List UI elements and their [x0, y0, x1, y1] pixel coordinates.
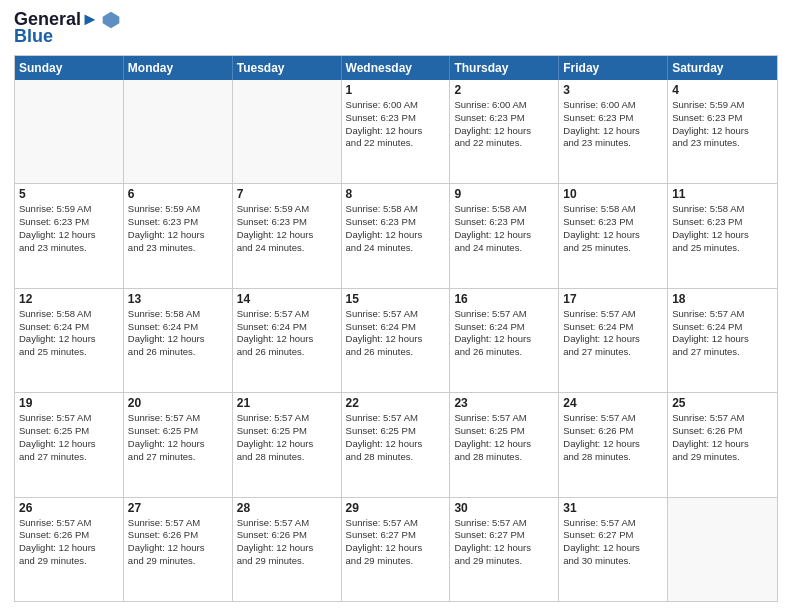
weekday-header: Tuesday: [233, 56, 342, 80]
calendar-row: 12Sunrise: 5:58 AMSunset: 6:24 PMDayligh…: [15, 289, 777, 393]
day-number: 24: [563, 396, 663, 410]
day-info: Sunrise: 5:58 AMSunset: 6:23 PMDaylight:…: [672, 203, 773, 254]
calendar-body: 1Sunrise: 6:00 AMSunset: 6:23 PMDaylight…: [15, 80, 777, 601]
calendar-cell: 26Sunrise: 5:57 AMSunset: 6:26 PMDayligh…: [15, 498, 124, 601]
day-number: 30: [454, 501, 554, 515]
day-info: Sunrise: 5:59 AMSunset: 6:23 PMDaylight:…: [672, 99, 773, 150]
day-info: Sunrise: 5:57 AMSunset: 6:25 PMDaylight:…: [128, 412, 228, 463]
day-info: Sunrise: 5:58 AMSunset: 6:24 PMDaylight:…: [19, 308, 119, 359]
calendar-cell: 25Sunrise: 5:57 AMSunset: 6:26 PMDayligh…: [668, 393, 777, 496]
calendar-cell: 15Sunrise: 5:57 AMSunset: 6:24 PMDayligh…: [342, 289, 451, 392]
day-info: Sunrise: 5:57 AMSunset: 6:26 PMDaylight:…: [19, 517, 119, 568]
calendar-cell: 20Sunrise: 5:57 AMSunset: 6:25 PMDayligh…: [124, 393, 233, 496]
day-info: Sunrise: 5:57 AMSunset: 6:27 PMDaylight:…: [346, 517, 446, 568]
day-number: 4: [672, 83, 773, 97]
day-info: Sunrise: 5:58 AMSunset: 6:23 PMDaylight:…: [346, 203, 446, 254]
day-number: 8: [346, 187, 446, 201]
day-number: 28: [237, 501, 337, 515]
day-info: Sunrise: 5:57 AMSunset: 6:26 PMDaylight:…: [237, 517, 337, 568]
day-info: Sunrise: 5:58 AMSunset: 6:23 PMDaylight:…: [563, 203, 663, 254]
day-number: 7: [237, 187, 337, 201]
logo: General► Blue: [14, 10, 121, 47]
calendar-cell: 30Sunrise: 5:57 AMSunset: 6:27 PMDayligh…: [450, 498, 559, 601]
day-info: Sunrise: 5:57 AMSunset: 6:25 PMDaylight:…: [346, 412, 446, 463]
calendar-cell: 3Sunrise: 6:00 AMSunset: 6:23 PMDaylight…: [559, 80, 668, 183]
weekday-header: Sunday: [15, 56, 124, 80]
calendar-row: 5Sunrise: 5:59 AMSunset: 6:23 PMDaylight…: [15, 184, 777, 288]
calendar-row: 26Sunrise: 5:57 AMSunset: 6:26 PMDayligh…: [15, 498, 777, 601]
calendar-cell: [124, 80, 233, 183]
calendar-cell: 11Sunrise: 5:58 AMSunset: 6:23 PMDayligh…: [668, 184, 777, 287]
day-number: 29: [346, 501, 446, 515]
day-number: 5: [19, 187, 119, 201]
day-info: Sunrise: 5:58 AMSunset: 6:24 PMDaylight:…: [128, 308, 228, 359]
day-number: 9: [454, 187, 554, 201]
day-info: Sunrise: 6:00 AMSunset: 6:23 PMDaylight:…: [454, 99, 554, 150]
day-number: 22: [346, 396, 446, 410]
calendar-cell: 16Sunrise: 5:57 AMSunset: 6:24 PMDayligh…: [450, 289, 559, 392]
day-number: 1: [346, 83, 446, 97]
day-number: 14: [237, 292, 337, 306]
calendar-cell: [15, 80, 124, 183]
day-info: Sunrise: 5:59 AMSunset: 6:23 PMDaylight:…: [237, 203, 337, 254]
weekday-header: Wednesday: [342, 56, 451, 80]
day-info: Sunrise: 5:57 AMSunset: 6:26 PMDaylight:…: [563, 412, 663, 463]
calendar-cell: 24Sunrise: 5:57 AMSunset: 6:26 PMDayligh…: [559, 393, 668, 496]
day-number: 13: [128, 292, 228, 306]
calendar-cell: 27Sunrise: 5:57 AMSunset: 6:26 PMDayligh…: [124, 498, 233, 601]
day-info: Sunrise: 5:57 AMSunset: 6:24 PMDaylight:…: [346, 308, 446, 359]
calendar-header: SundayMondayTuesdayWednesdayThursdayFrid…: [15, 56, 777, 80]
calendar-cell: 28Sunrise: 5:57 AMSunset: 6:26 PMDayligh…: [233, 498, 342, 601]
calendar-cell: 4Sunrise: 5:59 AMSunset: 6:23 PMDaylight…: [668, 80, 777, 183]
day-number: 31: [563, 501, 663, 515]
day-info: Sunrise: 5:57 AMSunset: 6:26 PMDaylight:…: [128, 517, 228, 568]
calendar-cell: 2Sunrise: 6:00 AMSunset: 6:23 PMDaylight…: [450, 80, 559, 183]
calendar-cell: 18Sunrise: 5:57 AMSunset: 6:24 PMDayligh…: [668, 289, 777, 392]
calendar-cell: 9Sunrise: 5:58 AMSunset: 6:23 PMDaylight…: [450, 184, 559, 287]
day-info: Sunrise: 5:58 AMSunset: 6:23 PMDaylight:…: [454, 203, 554, 254]
calendar-row: 1Sunrise: 6:00 AMSunset: 6:23 PMDaylight…: [15, 80, 777, 184]
day-number: 27: [128, 501, 228, 515]
day-number: 21: [237, 396, 337, 410]
calendar-cell: 14Sunrise: 5:57 AMSunset: 6:24 PMDayligh…: [233, 289, 342, 392]
calendar-cell: 10Sunrise: 5:58 AMSunset: 6:23 PMDayligh…: [559, 184, 668, 287]
logo-icon: [101, 10, 121, 30]
day-info: Sunrise: 5:57 AMSunset: 6:25 PMDaylight:…: [19, 412, 119, 463]
day-number: 23: [454, 396, 554, 410]
calendar-row: 19Sunrise: 5:57 AMSunset: 6:25 PMDayligh…: [15, 393, 777, 497]
weekday-header: Thursday: [450, 56, 559, 80]
day-number: 20: [128, 396, 228, 410]
calendar-cell: 23Sunrise: 5:57 AMSunset: 6:25 PMDayligh…: [450, 393, 559, 496]
day-number: 15: [346, 292, 446, 306]
day-info: Sunrise: 5:57 AMSunset: 6:27 PMDaylight:…: [563, 517, 663, 568]
day-info: Sunrise: 5:57 AMSunset: 6:25 PMDaylight:…: [454, 412, 554, 463]
weekday-header: Friday: [559, 56, 668, 80]
day-info: Sunrise: 5:59 AMSunset: 6:23 PMDaylight:…: [128, 203, 228, 254]
weekday-header: Monday: [124, 56, 233, 80]
day-number: 16: [454, 292, 554, 306]
day-info: Sunrise: 6:00 AMSunset: 6:23 PMDaylight:…: [563, 99, 663, 150]
day-info: Sunrise: 5:57 AMSunset: 6:26 PMDaylight:…: [672, 412, 773, 463]
calendar: SundayMondayTuesdayWednesdayThursdayFrid…: [14, 55, 778, 602]
calendar-cell: 29Sunrise: 5:57 AMSunset: 6:27 PMDayligh…: [342, 498, 451, 601]
calendar-cell: [668, 498, 777, 601]
calendar-cell: 5Sunrise: 5:59 AMSunset: 6:23 PMDaylight…: [15, 184, 124, 287]
day-number: 18: [672, 292, 773, 306]
day-number: 10: [563, 187, 663, 201]
calendar-cell: 17Sunrise: 5:57 AMSunset: 6:24 PMDayligh…: [559, 289, 668, 392]
day-number: 26: [19, 501, 119, 515]
page: General► Blue SundayMondayTuesdayWednesd…: [0, 0, 792, 612]
header: General► Blue: [14, 10, 778, 47]
calendar-cell: 31Sunrise: 5:57 AMSunset: 6:27 PMDayligh…: [559, 498, 668, 601]
day-number: 6: [128, 187, 228, 201]
weekday-header: Saturday: [668, 56, 777, 80]
day-info: Sunrise: 5:57 AMSunset: 6:24 PMDaylight:…: [672, 308, 773, 359]
day-number: 2: [454, 83, 554, 97]
calendar-cell: 22Sunrise: 5:57 AMSunset: 6:25 PMDayligh…: [342, 393, 451, 496]
calendar-cell: 8Sunrise: 5:58 AMSunset: 6:23 PMDaylight…: [342, 184, 451, 287]
day-info: Sunrise: 5:57 AMSunset: 6:27 PMDaylight:…: [454, 517, 554, 568]
day-number: 17: [563, 292, 663, 306]
day-info: Sunrise: 6:00 AMSunset: 6:23 PMDaylight:…: [346, 99, 446, 150]
day-info: Sunrise: 5:57 AMSunset: 6:24 PMDaylight:…: [563, 308, 663, 359]
day-number: 11: [672, 187, 773, 201]
